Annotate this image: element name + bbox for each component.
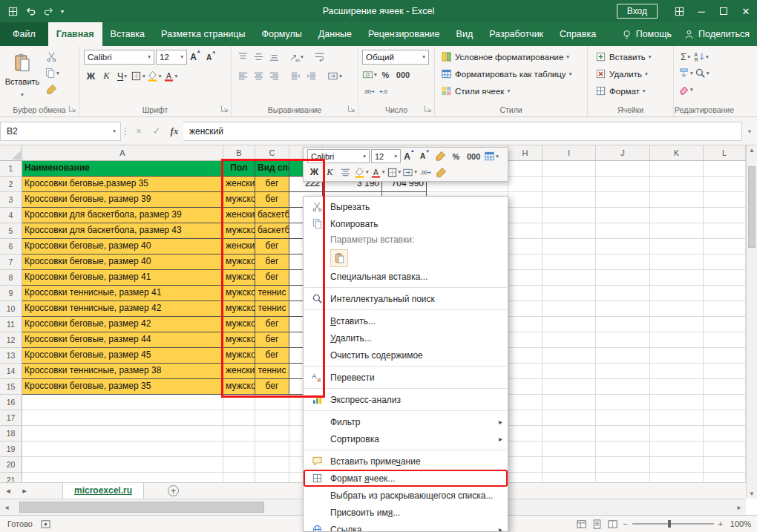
cell-B5[interactable]: мужской <box>223 223 255 239</box>
sheet-scroll-left-button[interactable]: ◂ <box>0 483 16 499</box>
cell-A8[interactable]: Кроссовки беговые, размер 41 <box>22 270 223 286</box>
cell-B18[interactable] <box>223 426 255 441</box>
cell-I8[interactable] <box>543 270 596 286</box>
font-dialog-launcher[interactable] <box>220 104 229 114</box>
cell-H11[interactable] <box>508 317 543 332</box>
find-select-button[interactable]: ▾ <box>695 66 710 80</box>
cell-L4[interactable] <box>704 208 746 223</box>
cell-L16[interactable] <box>704 395 746 410</box>
paste-button[interactable]: Вставить ▾ <box>5 50 39 99</box>
number-dialog-launcher[interactable] <box>423 104 433 114</box>
alignment-dialog-launcher[interactable] <box>347 104 356 114</box>
column-header-K[interactable]: K <box>650 145 704 161</box>
cell-C19[interactable] <box>255 441 289 457</box>
cell-I15[interactable] <box>543 379 596 395</box>
cell-A4[interactable]: Кроссовки для баскетбола, размер 39 <box>22 208 223 223</box>
cell-J18[interactable] <box>596 426 650 441</box>
select-all-button[interactable] <box>0 145 22 161</box>
cell-J15[interactable] <box>596 379 650 395</box>
row-header-4[interactable]: 4 <box>0 208 22 223</box>
cell-C10[interactable]: теннис <box>255 301 289 317</box>
cell-H6[interactable] <box>508 239 543 254</box>
format-button[interactable]: Формат▾ <box>594 83 647 99</box>
cell-B7[interactable]: мужской <box>223 254 255 270</box>
cell-C13[interactable]: бег <box>255 348 289 364</box>
cell-J1[interactable] <box>596 161 650 177</box>
cell-J19[interactable] <box>596 441 650 457</box>
cell-A19[interactable] <box>22 441 223 457</box>
mini-shrink-font-button[interactable]: А▼ <box>418 149 432 163</box>
cell-I21[interactable] <box>543 473 596 482</box>
cell-K11[interactable] <box>650 317 704 332</box>
row-header-18[interactable]: 18 <box>0 426 22 441</box>
cell-L15[interactable] <box>704 379 746 395</box>
cell-C17[interactable] <box>255 410 289 426</box>
mini-align-center-button[interactable] <box>338 165 353 180</box>
zoom-out-button[interactable]: − <box>623 519 627 528</box>
cell-I12[interactable] <box>543 332 596 348</box>
mini-grow-font-button[interactable]: А▲ <box>402 149 416 163</box>
paste-option-button[interactable] <box>330 249 348 267</box>
cell-H8[interactable] <box>508 270 543 286</box>
cell-K4[interactable] <box>650 208 704 223</box>
cell-C7[interactable]: бег <box>255 254 289 270</box>
cell-L6[interactable] <box>704 239 746 254</box>
delete-cells-button[interactable]: Удалить▾ <box>594 66 649 82</box>
row-header-21[interactable]: 21 <box>0 473 22 482</box>
cell-J11[interactable] <box>596 317 650 332</box>
cell-L10[interactable] <box>704 301 746 317</box>
cell-I5[interactable] <box>543 223 596 239</box>
format-as-table-button[interactable]: Форматировать как таблицу▾ <box>439 66 573 82</box>
cell-A10[interactable]: Кроссовки теннисные, размер 42 <box>22 301 223 317</box>
cell-K19[interactable] <box>650 441 704 457</box>
cell-J16[interactable] <box>596 395 650 410</box>
menu-item-translate[interactable]: АяПеревести <box>304 369 508 386</box>
horizontal-scroll-thumb[interactable] <box>19 502 264 513</box>
cell-B8[interactable]: мужской <box>223 270 255 286</box>
menu-item-cut[interactable]: Вырезать <box>304 198 508 215</box>
cell-K16[interactable] <box>650 395 704 410</box>
cell-H10[interactable] <box>508 301 543 317</box>
cell-K17[interactable] <box>650 410 704 426</box>
cell-I6[interactable] <box>543 239 596 254</box>
column-header-L[interactable]: L <box>704 145 746 161</box>
number-format-combo[interactable]: Общий▾ <box>362 50 429 65</box>
grow-font-button[interactable]: А▲ <box>189 50 203 65</box>
font-name-combo[interactable]: Calibri▾ <box>84 50 154 65</box>
close-button[interactable]: ✕ <box>735 0 757 22</box>
cell-A12[interactable]: Кроссовки беговые, размер 44 <box>22 332 223 348</box>
mini-comma-button[interactable]: 000 <box>465 149 482 163</box>
column-header-J[interactable]: J <box>596 145 650 161</box>
cell-L5[interactable] <box>704 223 746 239</box>
cell-C1[interactable]: Вид спорта <box>255 161 289 177</box>
cell-A5[interactable]: Кроссовки для баскетбола, размер 43 <box>22 223 223 239</box>
cell-L1[interactable] <box>704 161 746 177</box>
cell-B10[interactable]: мужской <box>223 301 255 317</box>
autosum-button[interactable]: Σ▾ <box>678 50 692 64</box>
cell-B14[interactable]: женский <box>223 364 255 379</box>
tab-help[interactable]: Справка <box>551 22 604 46</box>
cell-J2[interactable] <box>596 177 650 192</box>
cell-C6[interactable]: бег <box>255 239 289 254</box>
cell-H7[interactable] <box>508 254 543 270</box>
zoom-slider-thumb[interactable] <box>668 520 671 528</box>
cell-K5[interactable] <box>650 223 704 239</box>
cell-K14[interactable] <box>650 364 704 379</box>
row-header-17[interactable]: 17 <box>0 410 22 426</box>
cell-L2[interactable] <box>704 177 746 192</box>
cell-B17[interactable] <box>223 410 255 426</box>
column-header-A[interactable]: A <box>22 145 223 161</box>
cell-C16[interactable] <box>255 395 289 410</box>
insert-cells-button[interactable]: Вставить▾ <box>594 49 653 65</box>
underline-button[interactable]: Ч▾ <box>115 69 129 83</box>
cancel-button[interactable]: × <box>130 122 148 140</box>
row-header-15[interactable]: 15 <box>0 379 22 395</box>
percent-style-button[interactable]: % <box>378 68 393 82</box>
macro-record-icon[interactable] <box>40 519 51 530</box>
cell-A16[interactable] <box>22 395 223 410</box>
menu-item-sort[interactable]: Сортировка▸ <box>304 430 508 447</box>
cell-B9[interactable]: мужской <box>223 286 255 301</box>
cell-I11[interactable] <box>543 317 596 332</box>
cell-A3[interactable]: Кроссовки беговые, размер 39 <box>22 192 223 208</box>
row-header-3[interactable]: 3 <box>0 192 22 208</box>
